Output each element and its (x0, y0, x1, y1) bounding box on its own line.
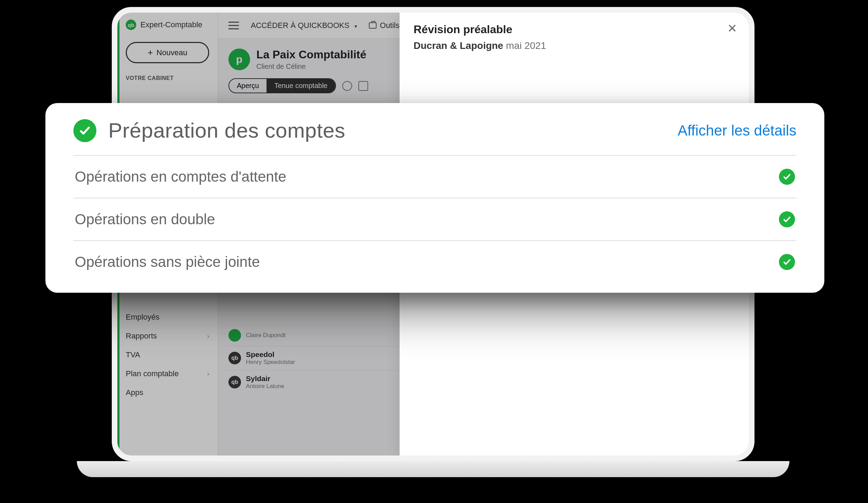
briefcase-icon (369, 22, 377, 29)
revision-client-name: Ducran & Lapoigne (414, 40, 503, 51)
check-circle-icon (779, 211, 795, 227)
client-row-avatar: qb (228, 352, 241, 364)
revision-title: Révision préalable (414, 23, 735, 36)
check-circle-icon (73, 119, 96, 142)
overlay-details-link[interactable]: Afficher les détails (678, 122, 796, 139)
overlay-row[interactable]: Opérations en comptes d'attente (73, 156, 796, 198)
plus-icon: + (148, 47, 153, 58)
sidebar-item-plan-comptable[interactable]: Plan comptable › (117, 364, 218, 383)
sidebar-item-rapports[interactable]: Rapports › (117, 327, 218, 345)
overlay-row-label: Opérations en comptes d'attente (75, 168, 286, 185)
client-subtitle: Client de Céline (256, 63, 366, 71)
close-icon[interactable]: ✕ (727, 22, 737, 34)
preparation-overlay: Préparation des comptes Afficher les dét… (45, 103, 824, 293)
segment-apercu[interactable]: Aperçu (229, 79, 267, 93)
revision-period-text: mai 2021 (506, 40, 546, 51)
overlay-row-label: Opérations sans pièce jointe (75, 254, 260, 270)
check-circle-icon (779, 169, 795, 185)
sidebar-item-employes[interactable]: Employés (117, 308, 218, 327)
client-name: La Paix Comptabilité (256, 48, 366, 61)
overlay-title: Préparation des comptes (108, 118, 345, 143)
sidebar-item-tva[interactable]: TVA (117, 345, 218, 364)
chevron-down-icon: ▾ (355, 23, 357, 29)
overlay-header: Préparation des comptes Afficher les dét… (73, 118, 796, 156)
brand-text: Expert-Comptable (140, 20, 202, 29)
segment-tenue-comptable[interactable]: Tenue comptable (267, 79, 335, 93)
client-avatar: p (228, 49, 250, 70)
access-quickbooks-menu[interactable]: ACCÉDER À QUICKBOOKS ▾ (251, 21, 357, 30)
qb-logo-icon: qb (126, 20, 136, 30)
sidebar-heading: VOTRE CABINET (117, 72, 218, 84)
device-base (77, 461, 789, 477)
refresh-icon[interactable] (342, 81, 352, 91)
revision-subtitle: Ducran & Lapoigne mai 2021 (414, 40, 735, 51)
sidebar-item-label: TVA (126, 350, 140, 359)
access-label: ACCÉDER À QUICKBOOKS (251, 21, 349, 30)
sidebar-item-label: Plan comptable (126, 369, 179, 378)
overlay-row[interactable]: Opérations en double (73, 198, 796, 241)
chevron-right-icon: › (207, 333, 209, 340)
sidebar-item-label: Apps (126, 388, 143, 397)
view-segment[interactable]: Aperçu Tenue comptable (228, 78, 336, 93)
client-row-avatar (228, 329, 241, 342)
sidebar-item-apps[interactable]: Apps (117, 383, 218, 402)
overlay-row[interactable]: Opérations sans pièce jointe (73, 241, 796, 283)
sidebar-item-label: Employés (126, 313, 160, 322)
check-circle-icon (779, 254, 795, 270)
brand-row: qb Expert-Comptable (117, 13, 218, 34)
overlay-row-label: Opérations en double (75, 211, 215, 228)
chevron-right-icon: › (207, 370, 209, 378)
menu-icon[interactable] (228, 22, 239, 29)
sidebar-item-label: Rapports (126, 331, 157, 341)
new-button[interactable]: + Nouveau (126, 42, 209, 63)
client-row-avatar: qb (228, 376, 241, 388)
filter-icon[interactable] (358, 81, 368, 91)
new-button-label: Nouveau (156, 48, 187, 57)
